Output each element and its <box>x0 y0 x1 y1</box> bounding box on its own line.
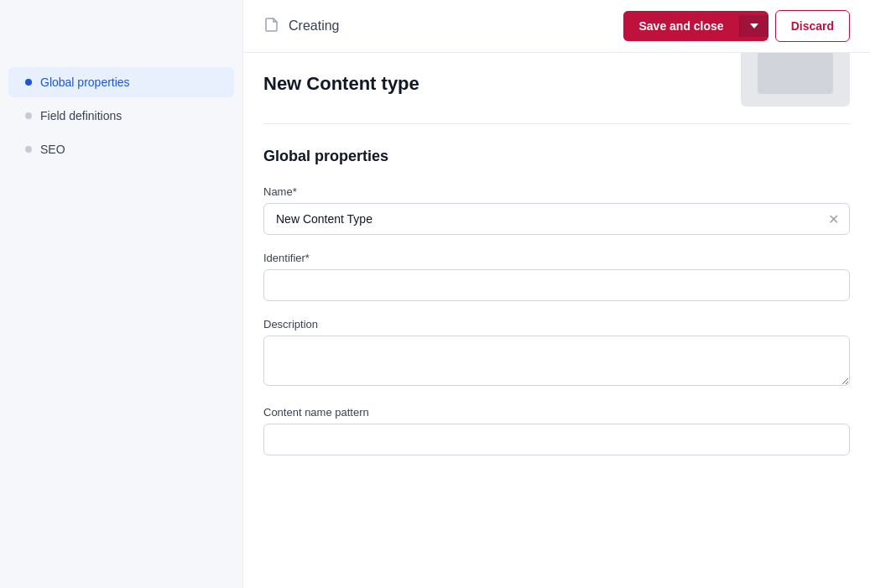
name-label: Name* <box>263 185 850 198</box>
identifier-input[interactable] <box>263 269 850 301</box>
file-icon <box>263 16 280 36</box>
description-label: Description <box>263 318 850 330</box>
status-label: Creating <box>289 18 339 34</box>
save-and-close-button[interactable]: Save and close <box>623 11 738 41</box>
page-title: New Content type <box>263 73 419 95</box>
header-actions: Save and close Discard <box>623 10 850 42</box>
discard-button[interactable]: Discard <box>775 10 850 42</box>
sidebar-item-indicator <box>25 79 32 86</box>
save-and-close-button-group: Save and close <box>623 11 768 41</box>
header-left: Creating <box>263 16 339 36</box>
content-name-pattern-input[interactable] <box>263 424 850 455</box>
identifier-field-group: Identifier* <box>263 252 850 301</box>
content-name-pattern-label: Content name pattern <box>263 406 850 419</box>
main-content: Creating Save and close Discard New Cont… <box>243 0 870 588</box>
sidebar-item-field-definitions[interactable]: Field definitions <box>8 101 234 131</box>
identifier-label: Identifier* <box>263 252 850 264</box>
save-dropdown-button[interactable] <box>739 15 768 37</box>
sidebar-item-label: Global properties <box>40 75 130 89</box>
sidebar-item-global-properties[interactable]: Global properties <box>8 67 234 97</box>
sidebar-item-indicator <box>25 112 32 119</box>
description-field-group: Description <box>263 318 850 389</box>
sidebar-item-seo[interactable]: SEO <box>8 134 234 164</box>
name-field-group: Name* ✕ <box>263 185 850 235</box>
name-input[interactable] <box>263 203 850 235</box>
sidebar-item-indicator <box>25 146 32 153</box>
name-clear-button[interactable]: ✕ <box>825 211 841 227</box>
sidebar-item-label: SEO <box>40 143 65 156</box>
chevron-down-icon <box>750 23 758 29</box>
description-input[interactable] <box>263 336 850 386</box>
sidebar: Global properties Field definitions SEO <box>0 0 243 588</box>
name-input-wrapper: ✕ <box>263 203 850 235</box>
content-area: New Content type Global properties Name*… <box>243 53 870 588</box>
section-title: Global properties <box>263 148 850 165</box>
thumbnail-placeholder <box>741 53 850 107</box>
thumbnail-area <box>741 53 850 107</box>
thumbnail-inner <box>758 53 833 94</box>
section-divider <box>263 123 850 124</box>
sidebar-item-label: Field definitions <box>40 109 122 122</box>
content-name-pattern-field-group: Content name pattern <box>263 406 850 455</box>
header-bar: Creating Save and close Discard <box>243 0 870 53</box>
